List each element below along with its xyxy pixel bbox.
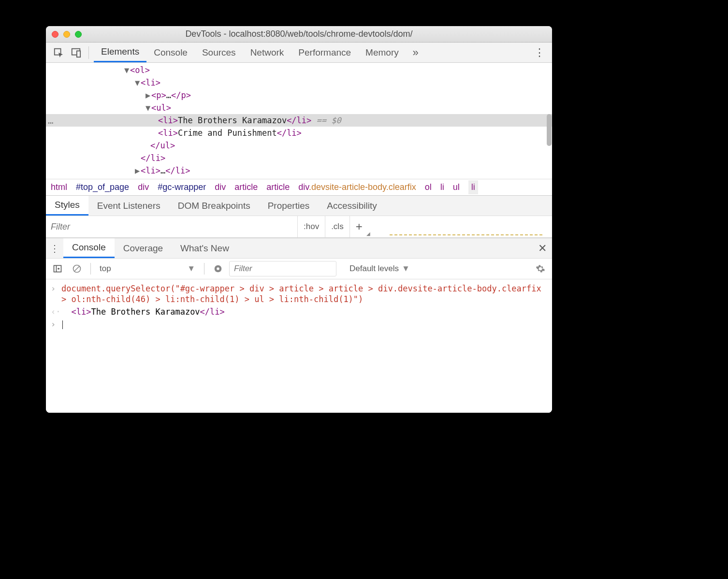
sub-tab-dom-breakpoints[interactable]: DOM Breakpoints (169, 196, 259, 216)
dom-node-row[interactable]: <li>Crime and Punishment</li> (46, 127, 552, 139)
dom-node-row[interactable]: <li>The Brothers Karamazov</li> == $0 (46, 114, 552, 127)
tab-sources[interactable]: Sources (195, 43, 243, 62)
breadcrumb-item[interactable]: html (51, 182, 67, 192)
console-sidebar-toggle-icon[interactable] (50, 261, 65, 276)
breadcrumb-item[interactable]: li (468, 180, 478, 194)
breadcrumb-item[interactable]: article (266, 182, 290, 192)
log-levels-select[interactable]: Default levels▼ (349, 264, 410, 274)
console-input-row: › document.querySelector("#gc-wrapper > … (46, 282, 552, 305)
console-filter-input[interactable] (230, 261, 336, 276)
box-model-preview (390, 234, 542, 237)
console-settings-icon[interactable] (533, 261, 548, 276)
svg-point-6 (217, 267, 219, 270)
prompt-chevron-icon: › (51, 319, 61, 330)
dom-node-row[interactable]: ▼<ul> (46, 101, 552, 114)
more-tabs-icon[interactable]: » (408, 45, 423, 60)
styles-toolbar: :hov .cls + ◢ (46, 216, 552, 238)
breadcrumb-item[interactable]: div (138, 182, 149, 192)
drawer-menu-icon[interactable]: ⋮ (46, 243, 63, 254)
breadcrumb-item[interactable]: li (440, 182, 444, 192)
dom-node-row[interactable]: ▼<ol> (46, 64, 552, 76)
main-tabs: ElementsConsoleSourcesNetworkPerformance… (46, 43, 552, 63)
inspect-element-icon[interactable] (51, 45, 66, 60)
console-toolbar: top▼ Default levels▼ (46, 258, 552, 279)
new-style-rule-button[interactable]: + (349, 216, 368, 237)
close-drawer-icon[interactable]: ✕ (533, 242, 552, 255)
console-prompt-row[interactable]: › (46, 318, 552, 331)
line-actions-icon[interactable]: … (48, 114, 54, 127)
console-output-text: <li>The Brothers Karamazov</li> (61, 306, 547, 317)
breadcrumb-item[interactable]: ul (453, 182, 460, 192)
output-chevron-icon: ‹· (51, 306, 61, 317)
sub-tab-event-listeners[interactable]: Event Listeners (88, 196, 169, 216)
tab-elements[interactable]: Elements (94, 43, 146, 62)
drawer-tab-what-s-new[interactable]: What's New (172, 238, 238, 258)
hov-toggle[interactable]: :hov (297, 216, 325, 237)
dom-node-row[interactable]: ▼<li> (46, 76, 552, 89)
breadcrumb-item[interactable]: #gc-wrapper (158, 182, 206, 192)
tab-network[interactable]: Network (243, 43, 291, 62)
console-output-row: ‹· <li>The Brothers Karamazov</li> (46, 305, 552, 318)
separator (88, 46, 89, 59)
breadcrumb-item[interactable]: div (215, 182, 226, 192)
clear-console-icon[interactable] (69, 261, 85, 276)
elements-sub-tabs: StylesEvent ListenersDOM BreakpointsProp… (46, 195, 552, 216)
dom-node-row[interactable]: ▶<li>…</li> (46, 164, 552, 177)
console-output[interactable]: › document.querySelector("#gc-wrapper > … (46, 279, 552, 413)
devtools-window: DevTools - localhost:8080/web/tools/chro… (46, 26, 552, 413)
elements-dom-tree[interactable]: ▼<ol>▼<li>▶<p>…</p>▼<ul><li>The Brothers… (46, 63, 552, 179)
breadcrumb-item[interactable]: article (234, 182, 258, 192)
drawer-tabs: ⋮ ConsoleCoverageWhat's New ✕ (46, 238, 552, 258)
kebab-menu-icon[interactable]: ⋮ (532, 45, 547, 60)
tab-performance[interactable]: Performance (291, 43, 358, 62)
svg-rect-2 (77, 51, 80, 57)
cls-toggle[interactable]: .cls (325, 216, 349, 237)
drawer-tab-console[interactable]: Console (63, 238, 115, 258)
scrollbar-thumb[interactable] (547, 114, 552, 146)
input-chevron-icon: › (51, 283, 61, 304)
breadcrumb-item[interactable]: #top_of_page (76, 182, 129, 192)
device-toolbar-icon[interactable] (68, 45, 84, 60)
separator (204, 263, 204, 275)
live-expression-icon[interactable] (210, 261, 226, 276)
dom-node-row[interactable]: </ul> (46, 139, 552, 152)
sub-tab-properties[interactable]: Properties (259, 196, 319, 216)
console-input-text: document.querySelector("#gc-wrapper > di… (61, 283, 547, 304)
titlebar: DevTools - localhost:8080/web/tools/chro… (46, 26, 552, 43)
breadcrumb-item[interactable]: div.devsite-article-body.clearfix (298, 182, 416, 192)
separator (90, 263, 91, 275)
tab-console[interactable]: Console (146, 43, 195, 62)
sub-tab-styles[interactable]: Styles (46, 196, 88, 216)
dom-breadcrumb: html#top_of_pagediv#gc-wrapperdivarticle… (46, 179, 552, 195)
tab-memory[interactable]: Memory (358, 43, 406, 62)
window-title: DevTools - localhost:8080/web/tools/chro… (46, 29, 552, 39)
execution-context-select[interactable]: top▼ (97, 264, 198, 274)
expand-corner-icon[interactable]: ◢ (366, 231, 370, 237)
dom-node-row[interactable]: </li> (46, 152, 552, 164)
drawer-tab-coverage[interactable]: Coverage (115, 238, 172, 258)
styles-filter-input[interactable] (46, 216, 297, 237)
console-prompt-input[interactable] (61, 319, 547, 330)
breadcrumb-item[interactable]: ol (425, 182, 432, 192)
dom-node-row[interactable]: ▶<p>…</p> (46, 89, 552, 101)
sub-tab-accessibility[interactable]: Accessibility (318, 196, 385, 216)
